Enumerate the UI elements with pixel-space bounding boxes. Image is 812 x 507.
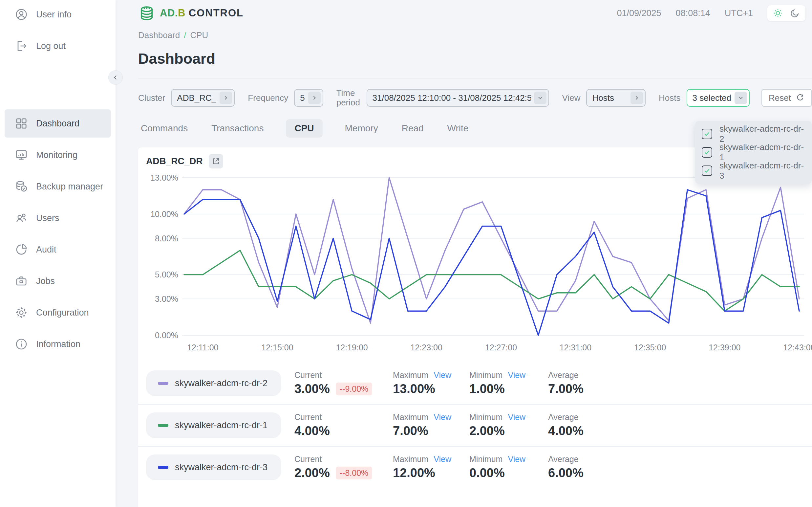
user-icon bbox=[14, 8, 28, 21]
expand-chart-button[interactable] bbox=[209, 154, 223, 168]
average-value: 6.00% bbox=[548, 466, 583, 480]
cluster-select[interactable]: ADB_RC_... bbox=[171, 89, 235, 107]
sidebar-collapse-button[interactable] bbox=[108, 70, 123, 85]
delta-badge: --8.00% bbox=[336, 467, 373, 480]
tab-memory[interactable]: Memory bbox=[343, 119, 379, 137]
theme-toggle[interactable] bbox=[767, 5, 805, 21]
sidebar-item-configuration[interactable]: Configuration bbox=[5, 298, 111, 327]
average-value: 7.00% bbox=[548, 382, 583, 396]
sidebar-item-label: Information bbox=[36, 339, 80, 349]
tab-write[interactable]: Write bbox=[446, 119, 470, 137]
sidebar-item-label: Jobs bbox=[36, 276, 55, 286]
svg-text:12:43:00: 12:43:00 bbox=[783, 343, 812, 352]
time-period-select[interactable]: 31/08/2025 12:10:00 - 31/08/2025 12:42:5… bbox=[367, 89, 549, 107]
timezone: UTC+1 bbox=[725, 8, 753, 18]
sidebar-item-information[interactable]: Information bbox=[5, 330, 111, 358]
logout-icon bbox=[14, 39, 28, 53]
sidebar-item-audit[interactable]: Audit bbox=[5, 235, 111, 264]
breadcrumb: Dashboard / CPU bbox=[138, 30, 812, 40]
legend-row: skywalker-adcm-rc-dr-3 Current 2.00% --8… bbox=[146, 447, 812, 488]
dashboard-grid-icon bbox=[14, 117, 28, 130]
series-swatch bbox=[158, 382, 168, 385]
maximum-view-link[interactable]: View bbox=[434, 454, 451, 464]
host-name: skywalker-adcm-rc-dr-2 bbox=[175, 378, 267, 388]
svg-text:12:19:00: 12:19:00 bbox=[336, 343, 368, 352]
view-select[interactable]: Hosts bbox=[586, 89, 645, 107]
minimum-view-link[interactable]: View bbox=[508, 371, 525, 380]
chevron-right-icon[interactable] bbox=[220, 92, 232, 104]
checkbox-checked-icon[interactable] bbox=[702, 166, 712, 176]
tab-read[interactable]: Read bbox=[400, 119, 425, 137]
maximum-value: 7.00% bbox=[393, 424, 428, 438]
host-option-label: skywalker-adcm-rc-dr-3 bbox=[720, 161, 805, 181]
chart-legend: skywalker-adcm-rc-dr-2 Current 3.00% --9… bbox=[146, 362, 812, 488]
tab-commands[interactable]: Commands bbox=[139, 119, 189, 137]
chevron-right-icon[interactable] bbox=[630, 92, 643, 104]
hosts-label: Hosts bbox=[659, 93, 680, 103]
tab-transactions[interactable]: Transactions bbox=[210, 119, 265, 137]
sidebar-item-log-out[interactable]: Log out bbox=[0, 36, 116, 56]
chevron-down-icon[interactable] bbox=[534, 92, 547, 104]
reset-button[interactable]: Reset bbox=[761, 89, 812, 107]
logo-database-icon bbox=[138, 5, 155, 22]
hosts-dropdown-item[interactable]: skywalker-adcm-rc-dr-3 bbox=[695, 162, 812, 180]
tab-cpu[interactable]: CPU bbox=[286, 119, 322, 137]
legend-host-pill[interactable]: skywalker-adcm-rc-dr-1 bbox=[146, 412, 281, 438]
svg-text:3.00%: 3.00% bbox=[155, 294, 178, 303]
checkbox-checked-icon[interactable] bbox=[702, 147, 712, 158]
monitor-chart-icon bbox=[14, 148, 28, 162]
backup-database-icon bbox=[14, 180, 28, 193]
reset-icon bbox=[796, 93, 805, 103]
sidebar-item-dashboard[interactable]: Dashboard bbox=[5, 109, 111, 137]
cpu-line-chart[interactable]: 0.00%3.00%5.00%8.00%10.00%13.00%12:11:00… bbox=[146, 170, 812, 359]
sidebar-item-jobs[interactable]: Jobs bbox=[5, 267, 111, 295]
series-swatch bbox=[158, 424, 168, 427]
svg-text:12:39:00: 12:39:00 bbox=[708, 343, 740, 352]
current-label: Current bbox=[295, 454, 322, 464]
breadcrumb-cpu: CPU bbox=[190, 30, 208, 40]
hosts-multiselect[interactable]: 3 selected bbox=[687, 89, 750, 107]
sidebar-item-backup-manager[interactable]: Backup manager bbox=[5, 172, 111, 201]
host-option-label: skywalker-adcm-rc-dr-1 bbox=[720, 142, 805, 163]
maximum-view-link[interactable]: View bbox=[434, 412, 451, 422]
minimum-label: Minimum bbox=[470, 412, 502, 422]
sidebar-item-label: Backup manager bbox=[36, 182, 103, 192]
hosts-dropdown-item[interactable]: skywalker-adcm-rc-dr-1 bbox=[695, 143, 812, 162]
moon-icon[interactable] bbox=[790, 8, 800, 18]
sidebar-item-label: Monitoring bbox=[36, 150, 77, 160]
checkbox-checked-icon[interactable] bbox=[702, 129, 712, 139]
legend-host-pill[interactable]: skywalker-adcm-rc-dr-3 bbox=[146, 454, 281, 480]
svg-text:0.00%: 0.00% bbox=[155, 331, 178, 340]
sidebar-item-label: User info bbox=[36, 9, 72, 20]
sidebar-item-monitoring[interactable]: Monitoring bbox=[5, 141, 111, 169]
breadcrumb-dashboard[interactable]: Dashboard bbox=[138, 30, 180, 40]
reset-button-label: Reset bbox=[769, 93, 791, 103]
sidebar-item-users[interactable]: Users bbox=[5, 204, 111, 232]
chevron-right-icon[interactable] bbox=[308, 92, 321, 104]
maximum-view-link[interactable]: View bbox=[434, 371, 451, 380]
chevron-down-icon[interactable] bbox=[735, 92, 747, 104]
sun-icon[interactable] bbox=[772, 8, 783, 18]
view-value: Hosts bbox=[592, 93, 614, 103]
svg-text:12:27:00: 12:27:00 bbox=[485, 343, 517, 352]
legend-host-pill[interactable]: skywalker-adcm-rc-dr-2 bbox=[146, 371, 281, 396]
sidebar-item-user-info[interactable]: User info bbox=[0, 5, 116, 24]
maximum-label: Maximum bbox=[393, 371, 428, 380]
svg-text:8.00%: 8.00% bbox=[155, 234, 178, 243]
svg-text:13.00%: 13.00% bbox=[150, 173, 178, 182]
main-content: AD.BCONTROL 01/09/2025 08:08:14 UTC+1 Da… bbox=[116, 0, 812, 507]
pie-chart-icon bbox=[14, 243, 28, 257]
topbar-right: 01/09/2025 08:08:14 UTC+1 bbox=[617, 5, 805, 21]
maximum-label: Maximum bbox=[393, 454, 428, 464]
cpu-chart-card: ADB_RC_DR 0.00%3.00%5.00%8.00%10.00%13.0… bbox=[138, 148, 812, 507]
hosts-dropdown-item[interactable]: skywalker-adcm-rc-dr-2 bbox=[695, 125, 812, 143]
minimum-view-link[interactable]: View bbox=[508, 412, 525, 422]
briefcase-icon bbox=[14, 274, 28, 288]
svg-text:10.00%: 10.00% bbox=[150, 210, 178, 219]
minimum-view-link[interactable]: View bbox=[508, 454, 525, 464]
users-icon bbox=[14, 211, 28, 225]
host-option-label: skywalker-adcm-rc-dr-2 bbox=[720, 124, 805, 144]
average-value: 4.00% bbox=[548, 424, 583, 438]
current-time: 08:08:14 bbox=[676, 8, 710, 18]
frequency-select[interactable]: 5 bbox=[294, 89, 323, 107]
